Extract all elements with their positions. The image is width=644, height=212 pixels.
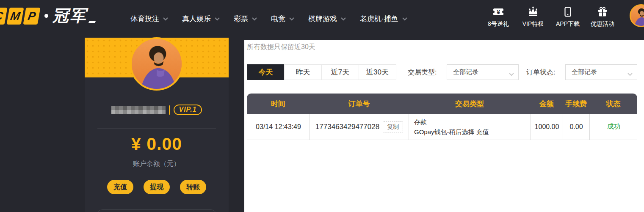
- nav-item-board-games[interactable]: 棋牌游戏: [308, 14, 346, 24]
- vip-level-badge: VIP.1: [174, 105, 202, 115]
- chevron-down-icon: [289, 17, 294, 21]
- header-time: 时间: [247, 94, 310, 114]
- nav-quick-links: ¥ 8号送礼 VIP特权: [486, 5, 615, 28]
- svg-text:¥: ¥: [497, 9, 500, 15]
- order-status-label: 订单状态:: [526, 68, 555, 77]
- chevron-down-icon: [163, 17, 168, 21]
- profile-sidebar: VIP.1 ¥ 0.00 账户余额（元） 充值 提现 转账: [85, 38, 229, 212]
- chevron-down-icon: [509, 70, 514, 77]
- records-table: 时间 订单号 交易类型 金额 手续费 状态 03/14 12:43:49 177…: [247, 94, 637, 140]
- vip-separator: [169, 105, 170, 115]
- chevron-down-icon: [252, 17, 257, 21]
- username-blurred: [111, 106, 166, 114]
- deposit-button[interactable]: 充值: [107, 180, 133, 194]
- transaction-type-value: 全部记录: [453, 68, 478, 76]
- table-header-row: 时间 订单号 交易类型 金额 手续费 状态: [247, 94, 637, 114]
- tab-last-7-days[interactable]: 近7天: [321, 64, 359, 80]
- phone-download-icon: [562, 5, 574, 19]
- table-row: 03/14 12:43:49 1773463429477028 复制 存款 GO…: [247, 114, 637, 140]
- order-status-select[interactable]: 全部记录: [565, 64, 637, 80]
- logo-dot: [44, 14, 48, 18]
- transaction-type-select[interactable]: 全部记录: [447, 64, 519, 80]
- order-status-value: 全部记录: [572, 68, 597, 76]
- quick-link-vip[interactable]: VIP特权: [521, 5, 545, 28]
- divider: [97, 128, 216, 129]
- nav-item-live-casino[interactable]: 真人娱乐: [182, 14, 220, 24]
- logo-letter-block: P: [23, 8, 40, 25]
- profile-avatar-image[interactable]: [130, 37, 183, 91]
- transaction-type-line1: 存款: [414, 117, 427, 127]
- chevron-down-icon: [627, 70, 633, 77]
- logo-letter-block: M: [6, 8, 24, 25]
- header-fee: 手续费: [563, 94, 589, 114]
- cell-transaction-type: 存款 GOpay钱包-稍后选择 充值: [409, 114, 531, 140]
- transfer-button[interactable]: 转账: [180, 180, 206, 194]
- cell-fee: 0.00: [563, 114, 590, 140]
- tab-last-30-days[interactable]: 近30天: [359, 64, 396, 80]
- wallet-actions: 充值 提现 转账: [85, 180, 229, 194]
- coupon-icon: ¥: [492, 5, 505, 19]
- quick-link-gift-day8[interactable]: ¥ 8号送礼: [486, 5, 511, 28]
- order-number: 1773463429477028: [315, 123, 379, 131]
- sidebar-menu-box: [97, 209, 217, 212]
- cell-order-no: 1773463429477028 复制: [310, 114, 409, 140]
- gift-icon: [597, 5, 608, 19]
- nav-item-slots-fishing[interactable]: 老虎机·捕鱼: [360, 14, 407, 24]
- nav-item-esports[interactable]: 电竞: [271, 14, 294, 24]
- records-main-panel: 所有数据只保留近30天 今天 昨天 近7天 近30天 交易类型: 全部记录 订单…: [244, 40, 644, 212]
- logo-speed-dash: [88, 21, 96, 23]
- logo-letter-block: C: [0, 8, 8, 25]
- quick-link-app-download[interactable]: APP下载: [556, 5, 580, 28]
- crown-icon: [527, 5, 539, 19]
- brand-logo[interactable]: C M P 冠军: [0, 5, 95, 27]
- cell-amount: 1000.00: [531, 114, 563, 140]
- chevron-down-icon: [341, 17, 346, 21]
- nav-item-lottery[interactable]: 彩票: [234, 14, 257, 24]
- header-status: 状态: [589, 94, 637, 114]
- account-balance-label: 账户余额（元）: [85, 160, 229, 168]
- date-range-tabs: 今天 昨天 近7天 近30天: [247, 64, 396, 80]
- chevron-down-icon: [402, 17, 407, 21]
- account-balance-value: ¥ 0.00: [85, 134, 229, 154]
- header-amount: 金额: [531, 94, 563, 114]
- transaction-type-line2: GOpay钱包-稍后选择 充值: [414, 127, 489, 137]
- user-identity-row: VIP.1: [85, 105, 229, 115]
- copy-button[interactable]: 复制: [383, 121, 403, 132]
- header-transaction-type: 交易类型: [409, 94, 531, 114]
- chevron-down-icon: [215, 17, 220, 21]
- page: C M P 冠军 体育投注 真人娱乐 彩票 电竞: [0, 0, 644, 212]
- quick-link-promotions[interactable]: 优惠活动: [590, 5, 615, 28]
- user-avatar[interactable]: [630, 4, 644, 27]
- cell-status: 成功: [590, 114, 638, 140]
- tab-yesterday[interactable]: 昨天: [284, 64, 322, 80]
- retention-notice: 所有数据只保留近30天: [247, 43, 315, 52]
- logo-brand-name: 冠军: [53, 5, 87, 27]
- header-order-no: 订单号: [310, 94, 409, 114]
- nav-item-sports[interactable]: 体育投注: [130, 14, 168, 24]
- transaction-type-label: 交易类型:: [408, 68, 437, 77]
- tab-today[interactable]: 今天: [247, 64, 285, 80]
- cell-time: 03/14 12:43:49: [247, 114, 310, 140]
- withdraw-button[interactable]: 提现: [144, 180, 170, 194]
- top-navbar: C M P 冠军 体育投注 真人娱乐 彩票 电竞: [0, 0, 644, 38]
- main-nav-menu: 体育投注 真人娱乐 彩票 电竞 棋牌游戏 老虎机·捕鱼: [130, 0, 421, 38]
